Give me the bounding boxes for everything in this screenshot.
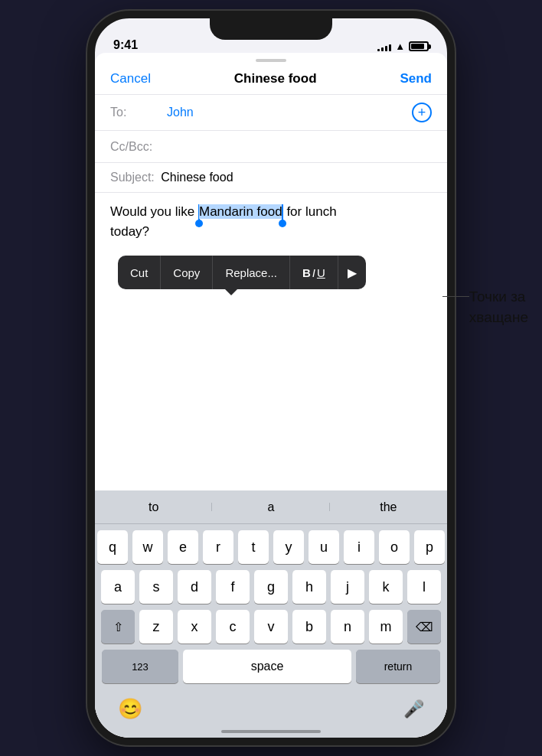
add-recipient-button[interactable]: +: [412, 103, 432, 122]
key-o[interactable]: o: [379, 530, 410, 564]
key-x[interactable]: x: [178, 610, 211, 644]
signal-bar-1: [377, 49, 380, 51]
annotation-text-line1: Точки за: [469, 287, 528, 308]
key-v[interactable]: v: [254, 610, 288, 644]
status-time: 9:41: [113, 38, 138, 52]
annotation-line: [442, 296, 469, 297]
key-f[interactable]: f: [216, 570, 250, 604]
replace-menu-item[interactable]: Replace...: [213, 256, 290, 289]
email-body[interactable]: Would you like Mandarin food for lunchto…: [95, 193, 447, 250]
return-key[interactable]: return: [356, 650, 440, 683]
email-compose: Cancel Chinese food Send To: John + Cc/B…: [95, 53, 447, 738]
key-n[interactable]: n: [331, 610, 364, 644]
cc-bcc-label: Cc/Bcc:: [110, 140, 164, 154]
key-t[interactable]: t: [238, 530, 269, 564]
key-z[interactable]: z: [139, 610, 173, 644]
key-row-1: q w e r t y u i o p: [98, 530, 444, 564]
italic-icon: I: [312, 266, 315, 279]
key-r[interactable]: r: [203, 530, 233, 564]
battery-fill: [411, 44, 424, 49]
key-row-2: a s d f g h j k l: [98, 570, 444, 604]
annotation: Точки за хващане: [469, 287, 528, 327]
to-label: To:: [110, 106, 164, 119]
key-l[interactable]: l: [407, 570, 441, 604]
key-a[interactable]: a: [101, 570, 135, 604]
numbers-key[interactable]: 123: [102, 650, 178, 683]
space-key[interactable]: space: [183, 650, 351, 683]
key-s[interactable]: s: [139, 570, 173, 604]
key-k[interactable]: k: [369, 570, 403, 604]
menu-pointer: [225, 289, 237, 295]
suggestion-the[interactable]: the: [330, 500, 447, 514]
signal-bar-3: [385, 46, 387, 51]
annotation-text-line2: хващане: [469, 308, 528, 328]
key-q[interactable]: q: [97, 530, 128, 564]
body-text-before: Would you like: [110, 204, 198, 219]
notch: [210, 18, 332, 40]
email-title: Chinese food: [234, 71, 317, 86]
email-header: Cancel Chinese food Send: [95, 62, 447, 95]
iphone-frame: 9:41 ▲ Cancel Chinese food Send To: Joh: [87, 11, 455, 745]
key-p[interactable]: p: [414, 530, 445, 564]
keyboard-rows: q w e r t y u i o p a s d f g: [95, 524, 447, 692]
subject-field: Subject: Chinese food: [95, 163, 447, 193]
microphone-button[interactable]: 🎤: [403, 699, 424, 719]
wifi-icon: ▲: [395, 41, 405, 52]
side-button[interactable]: [453, 156, 455, 217]
to-field: To: John +: [95, 95, 447, 131]
key-e[interactable]: e: [168, 530, 198, 564]
cut-menu-item[interactable]: Cut: [118, 256, 161, 289]
cancel-button[interactable]: Cancel: [110, 71, 151, 86]
shift-key[interactable]: ⇧: [101, 610, 135, 644]
subject-value[interactable]: Chinese food: [161, 171, 233, 184]
key-row-3: ⇧ z x c v b n m ⌫: [98, 610, 444, 644]
signal-bar-4: [389, 44, 391, 51]
key-i[interactable]: i: [344, 530, 374, 564]
key-d[interactable]: d: [178, 570, 211, 604]
keyboard-suggestions: to a the: [95, 490, 447, 524]
to-value[interactable]: John: [167, 106, 194, 119]
key-u[interactable]: u: [309, 530, 339, 564]
bold-icon: B: [302, 266, 311, 279]
underline-icon: U: [317, 266, 325, 279]
key-g[interactable]: g: [254, 570, 288, 604]
delete-key[interactable]: ⌫: [407, 610, 441, 644]
more-menu-button[interactable]: ▶: [338, 256, 366, 289]
battery-icon: [409, 41, 429, 51]
key-y[interactable]: y: [273, 530, 304, 564]
selected-text: Mandarin food: [199, 204, 282, 219]
key-w[interactable]: w: [132, 530, 163, 564]
suggestion-to[interactable]: to: [95, 500, 212, 514]
keyboard-bottom-bar: 😊 🎤: [95, 692, 447, 722]
signal-bars-icon: [377, 42, 391, 51]
key-row-4: 123 space return: [98, 650, 444, 683]
key-m[interactable]: m: [369, 610, 403, 644]
key-b[interactable]: b: [292, 610, 326, 644]
suggestion-a[interactable]: a: [212, 500, 329, 514]
key-j[interactable]: j: [331, 570, 364, 604]
selection-handle-right: [282, 204, 283, 221]
emoji-button[interactable]: 😊: [118, 697, 142, 721]
keyboard: to a the q w e r t y u i o p: [95, 490, 447, 738]
signal-bar-2: [381, 47, 384, 51]
copy-menu-item[interactable]: Copy: [161, 256, 213, 289]
cc-bcc-field: Cc/Bcc:: [95, 131, 447, 163]
send-button[interactable]: Send: [400, 71, 432, 86]
key-c[interactable]: c: [216, 610, 250, 644]
key-h[interactable]: h: [292, 570, 326, 604]
subject-label: Subject:: [110, 171, 155, 184]
status-icons: ▲: [377, 41, 429, 52]
context-menu: Cut Copy Replace... B I U ▶: [118, 256, 366, 289]
format-menu-item[interactable]: B I U: [290, 256, 338, 289]
home-indicator: [221, 730, 321, 733]
